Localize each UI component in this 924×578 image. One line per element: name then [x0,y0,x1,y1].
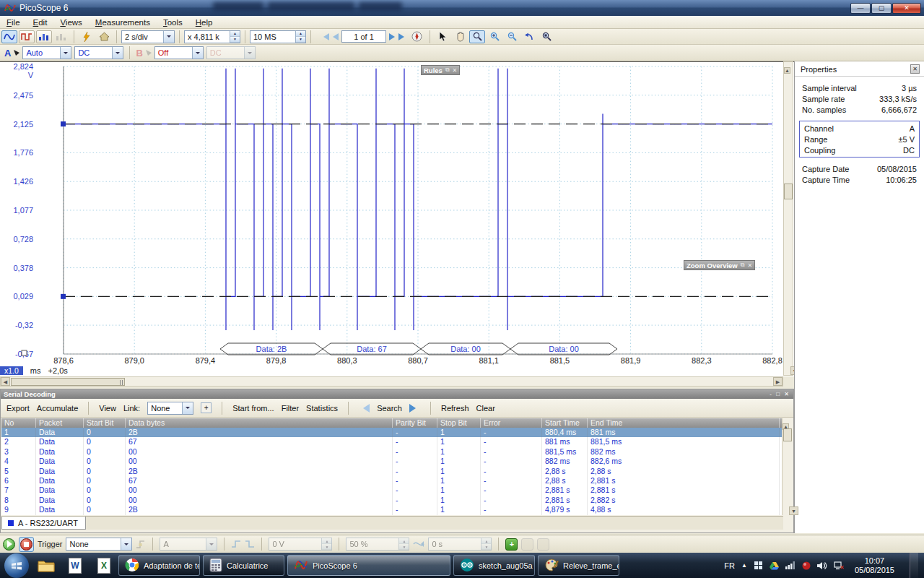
table-scrollbar[interactable]: ▲ ▼ [782,418,793,515]
action-center-icon[interactable] [754,561,763,570]
spin-down-icon[interactable]: ▼ [296,37,305,43]
network-error-icon[interactable]: ✕ [834,561,844,570]
scope-view[interactable]: 2,8242,4752,1251,7761,4261,0770,7280,378… [0,61,794,376]
auto-setup-button[interactable] [79,30,95,43]
start-capture-button[interactable] [3,538,15,551]
normal-cursor-button[interactable] [435,30,450,43]
explorer-taskbar-icon[interactable] [38,557,55,574]
ruler-handle[interactable] [61,294,66,299]
menu-measurements[interactable]: Measurements [89,17,157,27]
search-next-icon[interactable] [409,404,420,413]
horizontal-scrollbar[interactable]: ◀ ▶ [0,376,783,387]
minimize-button[interactable]: — [850,3,871,14]
clear-button[interactable]: Clear [476,404,495,413]
pin-icon[interactable]: ⧉ [445,66,450,74]
scroll-left-icon[interactable]: ◀ [1,377,10,386]
spin-down-icon[interactable]: ▼ [230,37,240,43]
timebase-select[interactable]: 2 s/div [121,30,175,43]
word-taskbar-icon[interactable]: W [66,557,84,574]
menu-help[interactable]: Help [189,17,219,27]
taskbar-button-chrome[interactable]: Adaptation de ten... [118,555,200,576]
goto-page-icon[interactable] [411,31,422,42]
chevron-down-icon[interactable] [121,538,131,550]
taskbar-button-arduino[interactable]: sketch_aug05a | A... [453,555,535,576]
table-row[interactable]: 1Data02B-1-880,4 ms881 ms [1,428,783,437]
refresh-button[interactable]: Refresh [441,404,469,413]
trigger-mode-select[interactable]: None [66,538,132,551]
undo-zoom-button[interactable] [521,30,537,43]
samples-spinner[interactable]: 10 MS▲▼ [250,30,306,43]
spectrum-view-button[interactable] [19,30,35,43]
zoom-tool-button[interactable] [469,30,485,43]
chevron-down-icon[interactable] [192,47,203,59]
x-multiplier-badge[interactable]: x1.0 [0,366,23,375]
start-from-button[interactable]: Start from... [232,404,274,413]
add-note-button[interactable]: + [505,538,518,551]
channel-a-coupling-select[interactable]: DC [74,46,123,59]
scrollbar-thumb[interactable] [11,378,125,386]
decode-table[interactable]: NoPacketStart BitData bytesParity BitSto… [1,418,783,515]
trigger-marker-icon[interactable] [136,539,146,549]
search-button[interactable]: Search [377,404,402,413]
taskbar-clock[interactable]: 10:07 05/08/2015 [850,556,899,575]
chevron-down-icon[interactable] [112,47,123,59]
start-button[interactable] [4,553,29,578]
scroll-down-icon[interactable]: ▼ [789,506,798,515]
taskbar-button-calculator[interactable]: Calculatrice [203,555,284,576]
serial-panel-titlebar[interactable]: Serial Decoding - □ ✕ [1,389,793,399]
tab-rs232-uart[interactable]: A - RS232/UART [1,517,86,530]
volume-icon[interactable] [817,561,827,570]
spin-up-icon[interactable]: ▲ [230,31,240,37]
chevron-down-icon[interactable] [163,31,174,43]
page-indicator[interactable]: 1 of 1 [341,30,386,43]
scrollbar-thumb[interactable] [784,184,793,199]
chevron-down-icon[interactable] [60,47,71,59]
stop-capture-button[interactable] [19,537,34,552]
menu-file[interactable]: File [0,17,27,27]
zoom-factor-spinner[interactable]: x 4,811 k▲▼ [184,30,240,43]
rules-overlay[interactable]: Rules ⧉✕ [421,65,460,75]
zoom-full-button[interactable] [539,30,554,43]
table-row[interactable]: 6Data067-1-2,88 s2,881 s [1,476,783,486]
filter-button[interactable]: Filter [282,404,299,413]
channel-b-range-select[interactable]: Off [154,46,204,59]
chevron-down-icon[interactable] [182,402,193,414]
signal-bars-icon[interactable] [785,561,796,569]
table-row[interactable]: 2Data067-1-881 ms881,5 ms [1,437,783,447]
menu-views[interactable]: Views [53,17,88,27]
excel-taskbar-icon[interactable]: X [95,557,113,574]
close-button[interactable]: ✕ [892,3,921,14]
zoom-out-button[interactable] [504,30,520,43]
language-indicator[interactable]: FR [724,561,735,570]
zoom-in-button[interactable] [487,30,502,43]
close-icon[interactable]: ✕ [747,262,752,269]
gdrive-icon[interactable] [770,561,779,570]
table-row[interactable]: 5Data02B-1-2,88 s2,88 s [1,467,783,476]
vertical-scrollbar[interactable]: ▲ ▼ [783,61,793,376]
table-row[interactable]: 8Data000-1-2,881 s2,882 s [1,496,783,505]
add-link-button[interactable]: + [201,402,212,413]
table-row[interactable]: 7Data000-1-2,881 s2,881 s [1,486,783,495]
antivirus-icon[interactable] [802,561,811,570]
view-button[interactable]: View [99,404,116,413]
scrollbar-thumb[interactable] [783,428,792,441]
export-button[interactable]: Export [6,404,30,413]
table-row[interactable]: 4Data000-1-882 ms882,6 ms [1,457,783,466]
tray-expand-icon[interactable]: ▲ [741,562,747,569]
link-select[interactable]: None [147,402,193,415]
next-page-button[interactable] [389,33,408,40]
scope-plot[interactable]: 2,8242,4752,1251,7761,4261,0770,7280,378… [0,61,794,376]
axis-handle[interactable] [22,350,27,355]
zoom-overview-overlay[interactable]: Zoom Overview ⧉✕ [684,260,755,270]
table-row[interactable]: 3Data000-1-881,5 ms882 ms [1,447,783,457]
hand-tool-button[interactable] [452,30,468,43]
table-row[interactable]: 9Data02B-1-4,879 s4,88 s [1,505,783,514]
maximize-button[interactable]: ▢ [871,3,892,14]
menu-edit[interactable]: Edit [27,17,54,27]
spin-up-icon[interactable]: ▲ [296,31,305,37]
scroll-up-icon[interactable]: ▲ [784,67,790,74]
taskbar-button-picoscope[interactable]: PicoScope 6 [287,555,450,576]
statistics-button[interactable]: Statistics [306,404,338,413]
scope-view-button[interactable] [1,30,17,43]
persistence-view-button[interactable] [36,30,52,43]
